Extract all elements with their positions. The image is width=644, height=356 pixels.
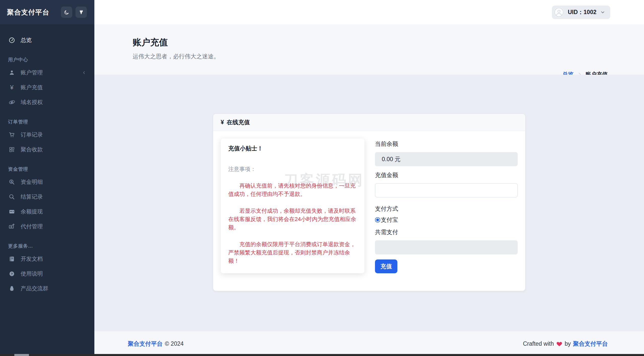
dark-mode-toggle-button[interactable]	[61, 7, 72, 18]
search-dollar-icon: $	[8, 179, 16, 185]
horizontal-scrollbar-thumb[interactable]	[14, 354, 29, 356]
footer-brand-link[interactable]: 聚合支付平台	[128, 340, 163, 348]
theme-actions	[61, 7, 87, 18]
tips-paragraph: 充值的余额仅限用于平台消费或订单退款资金，严禁频繁大额充值后提现，否则封禁商户并…	[228, 240, 357, 265]
search-icon	[8, 194, 16, 200]
page-subtitle: 运伟大之思者，必行伟大之迷途。	[133, 53, 608, 60]
sidebar-item-label: 代付管理	[21, 223, 43, 230]
card-title: 在线充值	[227, 118, 250, 126]
sidebar-item-label: 产品交流群	[21, 285, 48, 292]
content-area: ¥ 在线充值 充值小贴士！ 注意事项： 再确认充值前，请先核对您的身份信息，一旦…	[94, 75, 644, 331]
sidebar-item-account-recharge[interactable]: ¥ 账户充值	[0, 80, 94, 95]
sidebar-item-product-group[interactable]: 产品交流群	[0, 281, 94, 296]
sidebar-item-overview[interactable]: 总览	[0, 33, 94, 48]
theme-color-button[interactable]	[75, 7, 87, 18]
svg-text:?: ?	[11, 272, 13, 276]
main-column: UID：1002 账户充值 运伟大之思者，必行伟大之迷途。 总览 账户充值 ¥	[94, 0, 644, 356]
sidebar-item-dev-docs[interactable]: 开发文档	[0, 251, 94, 266]
heart-icon	[556, 341, 562, 347]
sidebar-item-label: 账户管理	[21, 69, 43, 76]
sidebar-item-order-records[interactable]: 订单记录	[0, 127, 94, 142]
sidebar-logo-bar: 聚合支付平台	[0, 0, 94, 24]
total-field	[375, 240, 518, 254]
balance-label: 当前余额	[375, 140, 518, 148]
chevron-left-icon	[82, 70, 86, 75]
speedometer-icon	[8, 37, 16, 43]
sidebar-item-label: 总览	[21, 36, 32, 44]
question-circle-icon: ?	[8, 271, 16, 277]
recharge-submit-button[interactable]: 充值	[375, 259, 397, 273]
radio-checked-icon	[375, 217, 380, 222]
balance-field: 0.00 元	[375, 152, 518, 166]
sidebar-item-label: 聚合收款	[21, 146, 43, 153]
alipay-radio-option[interactable]: 支付宝	[375, 215, 518, 225]
amount-input[interactable]	[375, 183, 518, 197]
sidebar-item-payout-manage[interactable]: 代付管理	[0, 219, 94, 234]
qr-code-icon	[8, 147, 16, 153]
top-header: UID：1002	[94, 0, 644, 24]
tips-title: 充值小贴士！	[228, 145, 357, 152]
chevron-down-icon	[600, 10, 605, 15]
tips-paragraph: 再确认充值前，请先核对您的身份信息，一旦充值成功，任何理由均不予退款。	[228, 182, 357, 198]
sidebar-item-balance-withdraw[interactable]: 余额提现	[0, 204, 94, 219]
sidebar-item-label: 域名授权	[21, 99, 43, 106]
crafted-by: by	[565, 340, 571, 347]
avatar	[554, 7, 564, 17]
horizontal-scrollbar[interactable]	[0, 354, 644, 356]
page-title: 账户充值	[133, 36, 608, 48]
footer: 聚合支付平台 © 2024 Crafted with by 聚合支付平台	[94, 331, 644, 356]
page-header: 账户充值 运伟大之思者，必行伟大之迷途。 总览 账户充值	[94, 24, 644, 75]
cash-transfer-icon	[8, 223, 16, 230]
tips-note-label: 注意事项：	[228, 165, 357, 173]
sidebar-item-label: 结算记录	[21, 193, 43, 201]
app-root: 聚合支付平台 总览 用	[0, 0, 644, 356]
sidebar-item-label: 使用说明	[21, 270, 43, 278]
sidebar-item-usage-guide[interactable]: ? 使用说明	[0, 266, 94, 281]
cart-icon	[8, 131, 16, 138]
sidebar-item-label: 余额提现	[21, 208, 43, 215]
uid-label: UID：1002	[568, 8, 596, 16]
paint-brush-icon	[79, 10, 84, 15]
amount-label: 充值金额	[375, 171, 518, 179]
tips-paragraph: 若显示支付成功，余额却充值失败，请及时联系在线客服反馈，我们将会在24小时内为您…	[228, 207, 357, 232]
sidebar-section-title: 更多服务...	[0, 243, 94, 249]
moon-icon	[64, 10, 69, 15]
internet-explorer-icon: e	[8, 99, 16, 106]
alipay-label: 支付宝	[381, 216, 398, 224]
card-body: 充值小贴士！ 注意事项： 再确认充值前，请先核对您的身份信息，一旦充值成功，任何…	[213, 131, 525, 291]
card-header: ¥ 在线充值	[213, 114, 525, 131]
yen-icon: ¥	[221, 119, 224, 126]
sidebar-item-label: 订单记录	[21, 131, 43, 139]
sidebar-section-title: 资金管理	[0, 166, 94, 172]
sidebar-item-label: 资金明细	[21, 178, 43, 186]
sidebar-item-account-manage[interactable]: 账户管理	[0, 65, 94, 80]
method-label: 支付方式	[375, 205, 518, 213]
footer-copy-text: © 2024	[165, 340, 184, 347]
sidebar-item-aggregate-collect[interactable]: 聚合收款	[0, 142, 94, 157]
recharge-form: 当前余额 0.00 元 充值金额 支付方式 支付宝	[375, 139, 518, 273]
sidebar: 聚合支付平台 总览 用	[0, 0, 94, 356]
footer-credit: Crafted with by 聚合支付平台	[523, 340, 608, 348]
yen-icon: ¥	[8, 84, 16, 91]
sidebar-item-label: 账户充值	[21, 84, 43, 91]
sidebar-item-domain-auth[interactable]: e 域名授权	[0, 95, 94, 110]
person-icon	[8, 69, 16, 76]
app-logo: 聚合支付平台	[7, 8, 49, 17]
user-menu-button[interactable]: UID：1002	[552, 6, 610, 19]
sidebar-nav: 总览 用户中心 账户管理 ¥ 账户充值 e 域名授权	[0, 24, 94, 356]
sidebar-item-label: 开发文档	[21, 255, 43, 263]
sidebar-section-title: 订单管理	[0, 119, 94, 125]
footer-credit-brand-link[interactable]: 聚合支付平台	[573, 340, 608, 348]
recharge-card: ¥ 在线充值 充值小贴士！ 注意事项： 再确认充值前，请先核对您的身份信息，一旦…	[213, 114, 525, 291]
footer-copyright: 聚合支付平台 © 2024	[128, 340, 184, 348]
book-icon	[8, 256, 16, 262]
recharge-tips-panel: 充值小贴士！ 注意事项： 再确认充值前，请先核对您的身份信息，一旦充值成功，任何…	[221, 139, 364, 273]
sidebar-item-settlement-records[interactable]: 结算记录	[0, 189, 94, 204]
credit-card-icon	[8, 208, 16, 215]
sidebar-section-title: 用户中心	[0, 57, 94, 63]
qq-penguin-icon	[8, 285, 16, 292]
sidebar-item-fund-details[interactable]: $ 资金明细	[0, 174, 94, 189]
svg-text:$: $	[11, 180, 12, 183]
crafted-prefix: Crafted with	[523, 340, 554, 347]
total-label: 共需支付	[375, 228, 518, 236]
